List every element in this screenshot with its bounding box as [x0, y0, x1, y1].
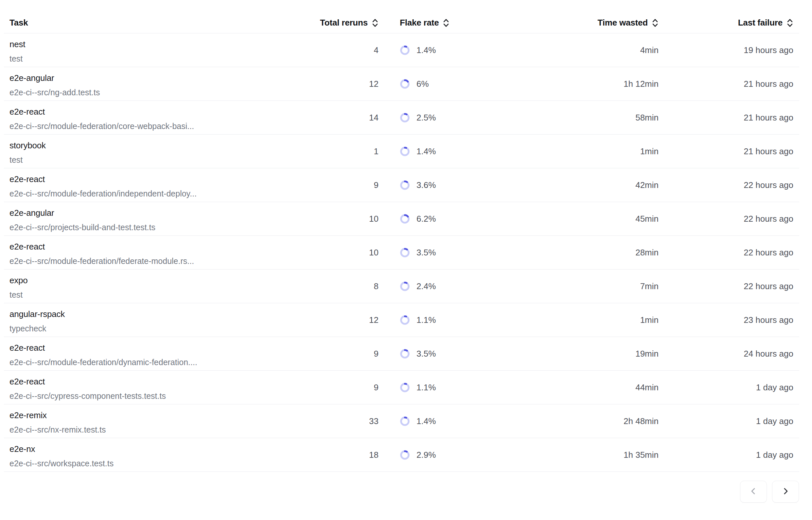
- task-name: angular-rspack: [9, 309, 280, 319]
- last-failure-cell: 1 day ago: [659, 383, 793, 393]
- last-failure-cell: 21 hours ago: [659, 79, 793, 89]
- task-name: e2e-react: [9, 241, 280, 252]
- flake-rate-cell: 6%: [379, 79, 542, 89]
- task-name: expo: [9, 275, 280, 286]
- flake-rate-donut-icon: [400, 315, 410, 325]
- column-header-total-reruns[interactable]: Total reruns: [280, 18, 379, 28]
- last-failure-cell: 23 hours ago: [659, 315, 793, 325]
- task-target: e2e-ci--src/workspace.test.ts: [9, 458, 280, 469]
- table-row[interactable]: expo test 8 2.4% 7min 22 hours ago: [4, 269, 799, 303]
- flake-rate-cell: 2.5%: [379, 113, 542, 123]
- table-row[interactable]: e2e-nx e2e-ci--src/workspace.test.ts 18 …: [4, 438, 799, 472]
- total-reruns-cell: 10: [280, 214, 379, 224]
- task-target: test: [9, 53, 280, 64]
- task-name: e2e-nx: [9, 443, 280, 454]
- table-row[interactable]: angular-rspack typecheck 12 1.1% 1min 23…: [4, 303, 799, 337]
- flake-rate-value: 3.5%: [417, 349, 436, 359]
- last-failure-cell: 19 hours ago: [659, 45, 793, 55]
- flake-rate-cell: 1.1%: [379, 315, 542, 325]
- table-row[interactable]: e2e-react e2e-ci--src/module-federation/…: [4, 236, 799, 269]
- total-reruns-cell: 8: [280, 281, 379, 291]
- column-header-time-wasted[interactable]: Time wasted: [542, 18, 659, 28]
- table-row[interactable]: e2e-remix e2e-ci--src/nx-remix.test.ts 3…: [4, 405, 799, 438]
- column-header-flake-rate-label: Flake rate: [400, 18, 439, 28]
- table-row[interactable]: e2e-angular e2e-ci--src/projects-build-a…: [4, 202, 799, 236]
- next-page-button[interactable]: [772, 481, 799, 503]
- time-wasted-cell: 1h 12min: [542, 79, 659, 89]
- flake-rate-donut-icon: [400, 416, 410, 426]
- task-target: e2e-ci--src/ng-add.test.ts: [9, 87, 280, 98]
- flake-rate-donut-icon: [400, 248, 410, 258]
- flake-rate-cell: 6.2%: [379, 214, 542, 224]
- task-target: typecheck: [9, 323, 280, 334]
- table-body: nest test 4 1.4% 4min 19 hours ago e2e-a…: [4, 33, 799, 472]
- task-name: e2e-react: [9, 342, 280, 353]
- flake-rate-cell: 1.4%: [379, 45, 542, 55]
- flake-rate-value: 3.5%: [417, 248, 436, 258]
- task-cell: e2e-angular e2e-ci--src/projects-build-a…: [4, 205, 280, 233]
- table-row[interactable]: storybook test 1 1.4% 1min 21 hours ago: [4, 135, 799, 168]
- table-row[interactable]: e2e-angular e2e-ci--src/ng-add.test.ts 1…: [4, 67, 799, 101]
- flake-rate-value: 1.1%: [417, 315, 436, 325]
- total-reruns-cell: 33: [280, 416, 379, 426]
- total-reruns-cell: 18: [280, 450, 379, 460]
- column-header-last-failure-label: Last failure: [738, 18, 783, 28]
- flake-rate-cell: 1.4%: [379, 146, 542, 157]
- task-target: e2e-ci--src/nx-remix.test.ts: [9, 424, 280, 435]
- total-reruns-cell: 9: [280, 349, 379, 359]
- time-wasted-cell: 19min: [542, 349, 659, 359]
- flake-rate-cell: 2.4%: [379, 281, 542, 291]
- table-row[interactable]: e2e-react e2e-ci--src/cypress-component-…: [4, 371, 799, 405]
- sort-icon: [443, 18, 449, 28]
- column-header-task-label: Task: [9, 18, 28, 28]
- flake-rate-cell: 3.6%: [379, 180, 542, 190]
- last-failure-cell: 1 day ago: [659, 450, 793, 460]
- flake-rate-donut-icon: [400, 113, 410, 123]
- task-target: e2e-ci--src/cypress-component-tests.test…: [9, 390, 280, 401]
- task-target: e2e-ci--src/module-federation/federate-m…: [9, 255, 280, 266]
- flake-rate-cell: 3.5%: [379, 349, 542, 359]
- previous-page-button[interactable]: [740, 481, 767, 503]
- task-name: e2e-remix: [9, 410, 280, 421]
- task-target: e2e-ci--src/projects-build-and-test.test…: [9, 222, 280, 233]
- time-wasted-cell: 1min: [542, 315, 659, 325]
- sort-icon: [652, 18, 659, 28]
- total-reruns-cell: 9: [280, 180, 379, 190]
- column-header-total-reruns-label: Total reruns: [320, 18, 368, 28]
- task-name: storybook: [9, 140, 280, 151]
- flaky-tasks-table: Task Total reruns Flake rate Time wasted…: [4, 0, 799, 472]
- time-wasted-cell: 44min: [542, 383, 659, 393]
- time-wasted-cell: 7min: [542, 281, 659, 291]
- total-reruns-cell: 10: [280, 248, 379, 258]
- last-failure-cell: 22 hours ago: [659, 180, 793, 190]
- flake-rate-donut-icon: [400, 180, 410, 190]
- time-wasted-cell: 58min: [542, 113, 659, 123]
- column-header-last-failure[interactable]: Last failure: [659, 18, 793, 28]
- chevron-left-icon: [749, 487, 758, 497]
- task-cell: e2e-react e2e-ci--src/module-federation/…: [4, 238, 280, 266]
- table-row[interactable]: e2e-react e2e-ci--src/module-federation/…: [4, 101, 799, 135]
- total-reruns-cell: 12: [280, 79, 379, 89]
- task-target: test: [9, 289, 280, 300]
- table-row[interactable]: e2e-react e2e-ci--src/module-federation/…: [4, 337, 799, 371]
- time-wasted-cell: 28min: [542, 248, 659, 258]
- flake-rate-value: 2.5%: [417, 113, 436, 123]
- flake-rate-value: 1.4%: [417, 45, 436, 55]
- task-cell: e2e-nx e2e-ci--src/workspace.test.ts: [4, 441, 280, 469]
- last-failure-cell: 21 hours ago: [659, 146, 793, 157]
- flake-rate-donut-icon: [400, 79, 410, 89]
- task-name: e2e-react: [9, 106, 280, 117]
- table-row[interactable]: nest test 4 1.4% 4min 19 hours ago: [4, 33, 799, 67]
- task-cell: storybook test: [4, 137, 280, 165]
- time-wasted-cell: 45min: [542, 214, 659, 224]
- task-cell: nest test: [4, 36, 280, 64]
- time-wasted-cell: 1min: [542, 146, 659, 157]
- last-failure-cell: 24 hours ago: [659, 349, 793, 359]
- task-target: test: [9, 154, 280, 165]
- table-row[interactable]: e2e-react e2e-ci--src/module-federation/…: [4, 168, 799, 202]
- column-header-flake-rate[interactable]: Flake rate: [379, 18, 542, 28]
- flake-rate-donut-icon: [400, 349, 410, 359]
- sort-icon: [786, 18, 793, 28]
- flake-rate-cell: 3.5%: [379, 248, 542, 258]
- flake-rate-value: 3.6%: [417, 180, 436, 190]
